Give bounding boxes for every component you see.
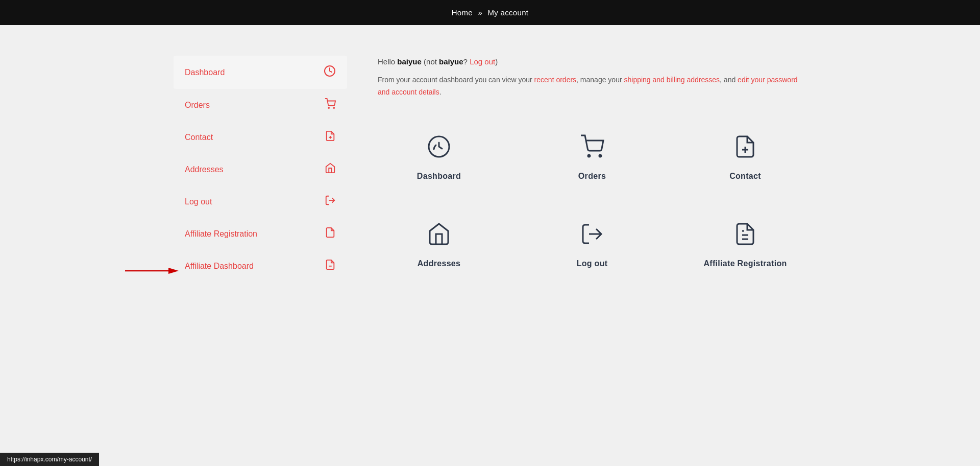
page-wrapper: Dashboard Orders Contact Addresses Log o [133, 25, 847, 313]
grid-item-orders[interactable]: Orders [531, 124, 653, 191]
sidebar-label-logout: Log out [185, 197, 212, 206]
sidebar-label-orders: Orders [185, 101, 210, 110]
recent-orders-link[interactable]: recent orders [534, 76, 576, 84]
sidebar-icon-affiliate-reg [325, 227, 336, 241]
sidebar-item-orders[interactable]: Orders [174, 89, 347, 121]
top-nav: Home » My account [0, 0, 980, 25]
sidebar-label-dashboard: Dashboard [185, 68, 225, 77]
main-content: Hello baiyue (not baiyue? Log out) From … [378, 56, 806, 282]
status-url: https://inhapx.com/my-account/ [7, 456, 92, 463]
grid-label-affiliate-reg: Affiliate Registration [703, 259, 787, 268]
grid-label-dashboard: Dashboard [417, 172, 461, 181]
greeting-text: Hello baiyue (not baiyue? Log out) [378, 56, 806, 68]
grid-icon-addresses [427, 222, 451, 251]
svg-marker-7 [168, 268, 179, 274]
greeting-username: baiyue [397, 57, 422, 66]
grid-icon-logout [580, 222, 604, 251]
description-text: From your account dashboard you can view… [378, 74, 806, 99]
grid-item-dashboard[interactable]: Dashboard [378, 124, 500, 191]
greeting-not-username: baiyue [439, 57, 463, 66]
svg-point-2 [333, 107, 334, 108]
red-arrow-annotation [122, 255, 179, 278]
status-bar: https://inhapx.com/my-account/ [0, 453, 99, 466]
grid-label-addresses: Addresses [418, 259, 461, 268]
svg-point-11 [599, 155, 601, 157]
logout-link[interactable]: Log out [470, 57, 495, 66]
nav-account[interactable]: My account [488, 8, 529, 17]
grid-icon-dashboard [427, 134, 451, 164]
nav-home[interactable]: Home [452, 8, 473, 17]
sidebar-label-affiliate-reg: Affiliate Registration [185, 229, 257, 239]
sidebar: Dashboard Orders Contact Addresses Log o [174, 56, 347, 282]
grid-item-affiliate-reg[interactable]: Affiliate Registration [684, 212, 806, 278]
sidebar-label-contact: Contact [185, 133, 213, 142]
grid-item-contact[interactable]: Contact [684, 124, 806, 191]
dashboard-grid: Dashboard Orders Contact [378, 124, 806, 278]
sidebar-label-addresses: Addresses [185, 165, 224, 174]
sidebar-icon-logout [325, 195, 336, 208]
nav-separator: » [478, 8, 482, 17]
grid-icon-affiliate-reg [733, 222, 757, 251]
svg-point-10 [588, 155, 590, 157]
sidebar-item-addresses[interactable]: Addresses [174, 153, 347, 185]
sidebar-item-logout[interactable]: Log out [174, 185, 347, 218]
grid-label-orders: Orders [578, 172, 606, 181]
grid-icon-contact [733, 134, 757, 164]
sidebar-item-contact[interactable]: Contact [174, 121, 347, 153]
sidebar-icon-orders [325, 98, 336, 112]
svg-point-1 [328, 107, 329, 108]
sidebar-item-dashboard[interactable]: Dashboard [174, 56, 347, 89]
sidebar-icon-contact [325, 130, 336, 144]
shipping-billing-link[interactable]: shipping and billing addresses [624, 76, 720, 84]
password-account-link[interactable]: edit your password and account details [378, 76, 798, 96]
grid-icon-orders [580, 134, 604, 164]
sidebar-icon-dashboard [324, 65, 336, 80]
grid-item-addresses[interactable]: Addresses [378, 212, 500, 278]
sidebar-icon-affiliate-dashboard [325, 259, 336, 273]
grid-label-logout: Log out [577, 259, 608, 268]
sidebar-item-affiliate-reg[interactable]: Affiliate Registration [174, 218, 347, 250]
grid-label-contact: Contact [729, 172, 761, 181]
grid-item-logout[interactable]: Log out [531, 212, 653, 278]
sidebar-label-affiliate-dashboard: Affiliate Dashboard [185, 262, 254, 271]
sidebar-item-affiliate-dashboard[interactable]: Affiliate Dashboard [174, 250, 347, 282]
sidebar-icon-addresses [325, 162, 336, 176]
